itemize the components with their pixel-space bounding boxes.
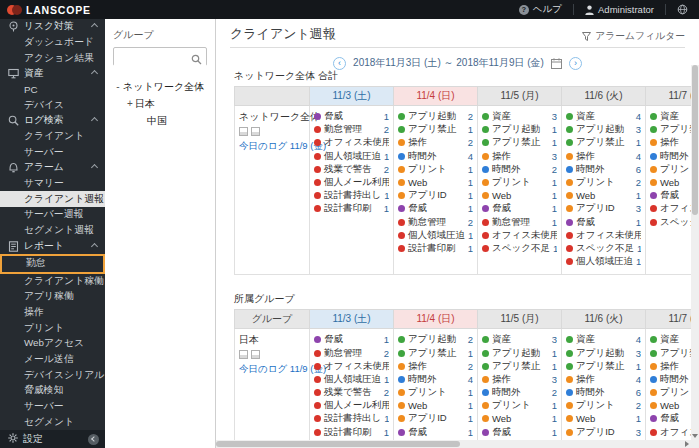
sidebar-item[interactable]: サーバー [0, 144, 105, 160]
alarm-item[interactable]: 勤怠管理2 [398, 216, 473, 229]
alarm-item[interactable]: アプリ起動1 [482, 123, 557, 136]
alarm-item[interactable]: 個人領域圧迫1 [398, 229, 473, 242]
alarm-item[interactable]: アプリ禁止1 [566, 360, 641, 373]
alarm-item[interactable]: プリント1 [398, 163, 473, 176]
sidebar-item[interactable]: ダッシュボード [0, 35, 105, 51]
alarm-item[interactable]: 操作 [650, 360, 691, 373]
alarm-item[interactable]: プリント2 [566, 399, 641, 412]
alarm-item[interactable]: 設計書持出し1 [314, 412, 389, 425]
alarm-item[interactable]: 勤怠管理1 [482, 216, 557, 229]
alarm-item[interactable]: 資産 [650, 110, 691, 123]
vertical-scrollbar-thumb[interactable] [692, 65, 698, 215]
alarm-item[interactable]: 脅威1 [314, 110, 389, 123]
alarm-item[interactable]: 時間外2 [482, 163, 557, 176]
sidebar-item[interactable]: 操作 [0, 305, 105, 321]
group-tree-node[interactable]: 中国 [113, 112, 207, 129]
alarm-item[interactable]: オフィス未使用2 [482, 229, 557, 242]
alarm-item[interactable]: 時間外 [650, 373, 691, 386]
alarm-item[interactable]: 操作4 [566, 150, 641, 163]
alarm-item[interactable]: 個人メール利用1 [314, 176, 389, 189]
alarm-item[interactable]: アプリ禁止1 [482, 136, 557, 149]
alarm-item[interactable]: 操作2 [398, 136, 473, 149]
alarm-item[interactable]: オフィス未使用2 [566, 229, 641, 242]
alarm-item[interactable]: 操作3 [482, 373, 557, 386]
alarm-item[interactable]: 時間外 [650, 150, 691, 163]
user-menu-button[interactable]: Administrator [574, 0, 665, 19]
alarm-item[interactable]: オフィス未使用1 [314, 360, 389, 373]
sidebar-item[interactable]: アプリ稼働 [0, 289, 105, 305]
sidebar-item[interactable]: クライアント週報 [0, 191, 105, 207]
alarm-item[interactable]: アプリID1 [398, 412, 473, 425]
alarm-item[interactable]: プリント2 [566, 176, 641, 189]
alarm-item[interactable]: 脅威 [650, 412, 691, 425]
alarm-item[interactable]: アプリ起動2 [398, 333, 473, 346]
alarm-item[interactable]: Web [650, 399, 691, 412]
alarm-item[interactable]: 設計書持出し1 [314, 189, 389, 202]
alarm-item[interactable]: 操作 [650, 136, 691, 149]
sidebar-item[interactable]: デバイス [0, 97, 105, 113]
alarm-item[interactable]: Web1 [398, 176, 473, 189]
sidebar-item[interactable]: サーバー週報 [0, 207, 105, 223]
alarm-item[interactable]: 勤怠管理2 [314, 346, 389, 359]
sidebar-item[interactable]: セグメント [0, 414, 105, 430]
sidebar-item[interactable]: クライアント [0, 129, 105, 145]
alarm-item[interactable]: 脅威 [650, 189, 691, 202]
today-log-link[interactable]: 今日のログ 11/9 (金) [239, 140, 305, 153]
vertical-scrollbar[interactable] [691, 65, 699, 440]
sidebar-section-0[interactable]: リスク対策 [0, 19, 105, 35]
alarm-item[interactable]: 個人メール利用1 [314, 399, 389, 412]
alarm-item[interactable]: 脅威1 [482, 426, 557, 439]
alarm-item[interactable]: 資産4 [566, 333, 641, 346]
report-icon[interactable] [251, 127, 260, 136]
horizontal-scrollbar-thumb[interactable] [216, 441, 460, 447]
alarm-item[interactable]: Web1 [566, 412, 641, 425]
alarm-item[interactable]: アプリ起動3 [566, 346, 641, 359]
report-icon[interactable] [251, 350, 260, 359]
sidebar-item[interactable]: 脅威検知 [0, 383, 105, 399]
sidebar-section-3[interactable]: アラーム [0, 160, 105, 176]
sidebar-item[interactable]: サマリー [0, 176, 105, 192]
sidebar-item[interactable]: Webアクセス [0, 336, 105, 352]
alarm-item[interactable]: プリント [650, 386, 691, 399]
sidebar-section-4[interactable]: レポート [0, 238, 105, 254]
alarm-item[interactable]: 資産4 [566, 110, 641, 123]
alarm-item[interactable]: 脅威1 [314, 333, 389, 346]
alarm-item[interactable]: アプリ禁止1 [482, 360, 557, 373]
group-tree-node[interactable]: +日本 [113, 95, 207, 112]
alarm-item[interactable]: 設計書印刷1 [314, 202, 389, 215]
alarm-item[interactable]: スペック不足1 [566, 242, 641, 255]
sidebar-section-2[interactable]: ログ検索 [0, 113, 105, 129]
alarm-item[interactable]: アプリID3 [566, 202, 641, 215]
alarm-item[interactable]: アプリ起動1 [482, 346, 557, 359]
sidebar-item[interactable]: メール送信 [0, 352, 105, 368]
alarm-item[interactable]: アプリ禁止1 [398, 346, 473, 359]
alarm-item[interactable]: Web [650, 176, 691, 189]
alarm-item[interactable]: スペック不足1 [482, 242, 557, 255]
sidebar-section-1[interactable]: 資産 [0, 66, 105, 82]
alarm-item[interactable]: Web1 [398, 399, 473, 412]
alarm-item[interactable]: 個人領域圧迫1 [314, 150, 389, 163]
collapse-sidebar-button[interactable] [88, 434, 99, 445]
alarm-item[interactable]: アプリ禁止1 [566, 136, 641, 149]
today-log-link[interactable]: 今日のログ 11/9 (金) [239, 363, 305, 376]
sidebar-item[interactable]: サーバー [0, 399, 105, 415]
alarm-item[interactable]: 脅威1 [566, 216, 641, 229]
alarm-item[interactable]: 時間外6 [566, 163, 641, 176]
alarm-item[interactable]: アプリID3 [566, 426, 641, 439]
alarm-item[interactable]: オフィス未使用 [650, 426, 691, 439]
alarm-item[interactable]: 残業で警告2 [314, 386, 389, 399]
alarm-item[interactable]: 勤怠管理2 [314, 123, 389, 136]
alarm-item[interactable]: アプリ禁止 [650, 346, 691, 359]
alarm-item[interactable]: 操作3 [482, 150, 557, 163]
alarm-item[interactable]: オフィス未使用1 [314, 136, 389, 149]
alarm-item[interactable]: 時間外6 [566, 386, 641, 399]
sidebar-item-settings[interactable]: 設定 [0, 430, 105, 448]
alarm-item[interactable]: スペック不足 [650, 216, 691, 229]
alarm-item[interactable]: 操作4 [566, 373, 641, 386]
group-tree-node[interactable]: -ネットワーク全体 [113, 78, 207, 95]
alarm-item[interactable]: 資産3 [482, 110, 557, 123]
alarm-item[interactable]: 設計書印刷1 [314, 426, 389, 439]
alarm-item[interactable]: 個人領域圧迫1 [314, 373, 389, 386]
alarm-item[interactable]: プリント1 [482, 176, 557, 189]
sidebar-item[interactable]: セグメント週報 [0, 223, 105, 239]
